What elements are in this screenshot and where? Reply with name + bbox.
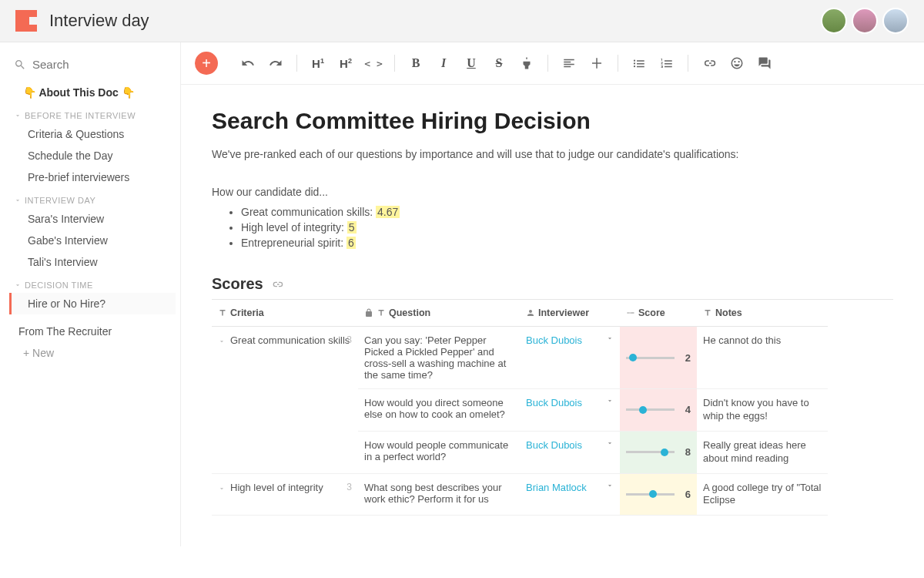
bullet-list-button[interactable] (626, 50, 652, 76)
person-icon (526, 308, 535, 318)
undo-button[interactable] (235, 50, 261, 76)
link-button[interactable] (696, 50, 722, 76)
link-icon[interactable] (271, 278, 283, 291)
collaborator-avatars[interactable] (821, 8, 909, 34)
avatar[interactable] (882, 8, 909, 34)
criteria-group[interactable]: High level of integrity3 (212, 474, 358, 516)
sidebar-section-header[interactable]: INTERVIEW DAY (9, 188, 176, 208)
intro-text: We've pre-ranked each of our questions b… (212, 146, 893, 163)
search-icon (14, 59, 26, 71)
italic-button[interactable]: I (430, 50, 457, 76)
sidebar-section-header[interactable]: BEFORE THE INTERVIEW (9, 103, 176, 123)
scores-table: Criteria Question Interviewer Score Note… (212, 299, 893, 516)
score-summary-list: Great communication skills: 4.67High lev… (241, 206, 893, 249)
comment-button[interactable] (752, 50, 778, 76)
text-type-icon (703, 308, 712, 318)
sidebar-item[interactable]: Pre-brief interviewers (9, 166, 176, 188)
document-body: Search Committee Hiring Decision We've p… (181, 85, 924, 546)
align-left-button[interactable] (556, 50, 582, 76)
scores-heading: Scores (212, 275, 263, 293)
how-did-label: How our candidate did... (212, 186, 893, 198)
score-cell[interactable]: 6 (620, 474, 697, 516)
question-cell[interactable]: How would people communicate in a perfec… (358, 432, 520, 474)
sidebar-item-recruiter[interactable]: From The Recruiter (9, 321, 176, 342)
sidebar-item[interactable]: Criteria & Questions (9, 123, 176, 145)
notes-cell[interactable]: Really great ideas here about mind readi… (697, 432, 828, 474)
highlight-button[interactable] (514, 50, 540, 76)
code-button[interactable]: < > (360, 50, 387, 76)
interviewer-cell[interactable]: Brian Matlock (520, 474, 620, 516)
bold-button[interactable]: B (403, 50, 429, 76)
emoji-button[interactable] (724, 50, 750, 76)
page-title: Search Committee Hiring Decision (212, 108, 893, 134)
summary-bullet: High level of integrity: 5 (241, 221, 893, 234)
question-cell[interactable]: Can you say: 'Peter Pepper Picked a Pick… (358, 327, 520, 389)
add-button[interactable]: + (195, 52, 218, 75)
strikethrough-button[interactable]: S (486, 50, 512, 76)
question-cell[interactable]: What song best describes your work ethic… (358, 474, 520, 516)
avatar[interactable] (852, 8, 878, 34)
search-input[interactable] (32, 58, 140, 71)
sidebar-item[interactable]: Tali's Interview (9, 251, 176, 273)
sidebar-about-doc[interactable]: 👇 About This Doc 👇 (9, 82, 176, 103)
score-cell[interactable]: 8 (620, 432, 697, 474)
text-type-icon (218, 308, 227, 318)
sidebar-item[interactable]: Schedule the Day (9, 145, 176, 166)
sidebar-item[interactable]: Hire or No Hire? (9, 293, 176, 314)
coda-logo (15, 10, 37, 32)
align-vertical-button[interactable] (584, 50, 610, 76)
sidebar-section-header[interactable]: DECISION TIME (9, 273, 176, 293)
avatar[interactable] (821, 8, 847, 34)
interviewer-cell[interactable]: Buck Dubois (520, 327, 620, 389)
summary-bullet: Great communication skills: 4.67 (241, 206, 893, 218)
sidebar: 👇 About This Doc 👇 BEFORE THE INTERVIEWC… (0, 42, 181, 546)
toolbar: + H1 H2 < > B I U S (181, 42, 924, 85)
interviewer-cell[interactable]: Buck Dubois (520, 432, 620, 474)
numbered-list-button[interactable] (654, 50, 680, 76)
sidebar-item[interactable]: Sara's Interview (9, 208, 176, 230)
underline-button[interactable]: U (458, 50, 484, 76)
notes-cell[interactable]: He cannot do this (697, 327, 828, 389)
lock-icon (364, 308, 373, 318)
text-type-icon (377, 308, 386, 318)
criteria-group[interactable]: Great communication skills3 (212, 327, 358, 474)
notes-cell[interactable]: Didn't know you have to whip the eggs! (697, 389, 828, 432)
h2-button[interactable]: H2 (333, 50, 359, 76)
score-cell[interactable]: 2 (620, 327, 697, 389)
slider-icon (626, 308, 635, 318)
notes-cell[interactable]: A good college try of "Total Eclipse (697, 474, 828, 516)
doc-title[interactable]: Interview day (49, 11, 821, 31)
new-page-button[interactable]: + New (9, 342, 176, 364)
h1-button[interactable]: H1 (305, 50, 331, 76)
score-cell[interactable]: 4 (620, 389, 697, 432)
question-cell[interactable]: How would you direct someone else on how… (358, 389, 520, 432)
interviewer-cell[interactable]: Buck Dubois (520, 389, 620, 432)
sidebar-item[interactable]: Gabe's Interview (9, 230, 176, 251)
redo-button[interactable] (263, 50, 289, 76)
summary-bullet: Entrepreneurial spirit: 6 (241, 237, 893, 249)
